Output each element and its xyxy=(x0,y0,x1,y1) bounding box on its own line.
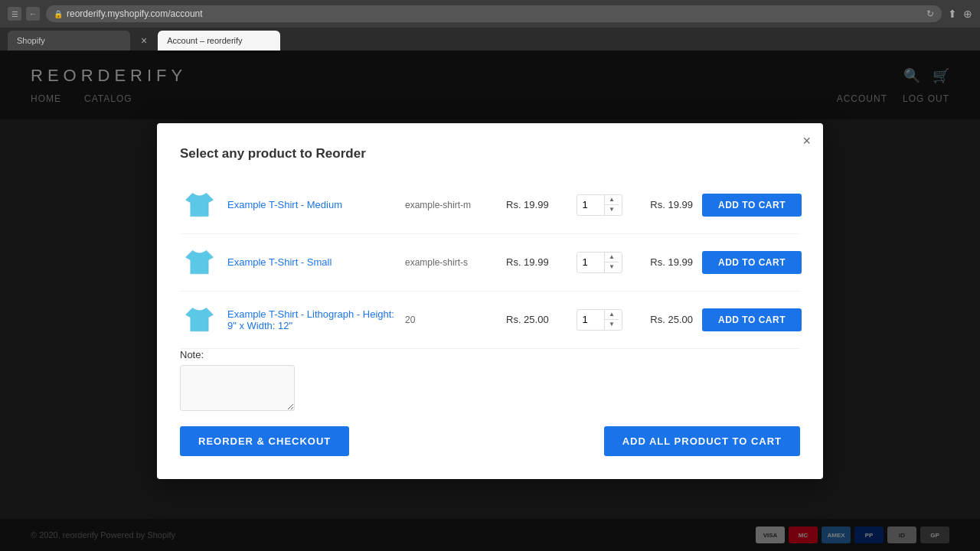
add-to-cart-button-3[interactable]: ADD TO CART xyxy=(702,308,802,331)
product-sku-1: example-shirt-m xyxy=(405,200,497,210)
product-row: Example T-Shirt - Small example-shirt-s … xyxy=(180,234,800,292)
tab-shopify[interactable]: Shopify xyxy=(8,31,130,51)
product-list: Example T-Shirt - Medium example-shirt-m… xyxy=(180,177,800,349)
quantity-stepper-1: ▲ ▼ xyxy=(577,194,622,216)
product-name-2[interactable]: Example T-Shirt - Small xyxy=(227,256,396,268)
product-name-1[interactable]: Example T-Shirt - Medium xyxy=(227,199,396,210)
modal-overlay: × Select any product to Reorder Example … xyxy=(0,51,980,551)
note-section: Note: xyxy=(180,349,800,414)
reload-icon[interactable]: ↻ xyxy=(926,8,934,19)
qty-up-2[interactable]: ▲ xyxy=(605,253,619,263)
product-total-1: Rs. 19.99 xyxy=(632,199,693,210)
product-name-3[interactable]: Example T-Shirt - Lithograph - Height: 9… xyxy=(227,308,396,331)
browser-tabs: Shopify × Account – reorderify xyxy=(0,28,980,51)
security-lock-icon: 🔒 xyxy=(54,10,63,18)
qty-up-1[interactable]: ▲ xyxy=(605,195,619,206)
modal-close-button[interactable]: × xyxy=(802,134,811,148)
tab-account[interactable]: Account – reorderify xyxy=(158,31,280,51)
modal-title: Select any product to Reorder xyxy=(180,146,800,161)
url-bar[interactable]: 🔒 reorderify.myshopify.com/account ↻ xyxy=(46,5,942,22)
add-to-cart-button-2[interactable]: ADD TO CART xyxy=(702,251,802,274)
product-row: Example T-Shirt - Lithograph - Height: 9… xyxy=(180,292,800,349)
product-price-2: Rs. 19.99 xyxy=(506,256,567,268)
modal-footer: REORDER & CHECKOUT ADD ALL PRODUCT TO CA… xyxy=(180,426,800,456)
product-sku-3: 20 xyxy=(405,315,497,325)
product-price-3: Rs. 25.00 xyxy=(506,314,567,325)
note-textarea[interactable] xyxy=(180,365,295,411)
add-to-cart-button-1[interactable]: ADD TO CART xyxy=(702,194,802,217)
reorder-modal: × Select any product to Reorder Example … xyxy=(157,123,823,479)
quantity-stepper-3: ▲ ▼ xyxy=(577,309,622,331)
reorder-checkout-button[interactable]: REORDER & CHECKOUT xyxy=(180,426,349,456)
website-background: REORDERIFY 🔍 🛒 HOME CATALOG Account Log … xyxy=(0,51,980,551)
product-row: Example T-Shirt - Medium example-shirt-m… xyxy=(180,177,800,234)
qty-down-3[interactable]: ▼ xyxy=(605,320,619,330)
note-label: Note: xyxy=(180,349,800,360)
share-icon[interactable]: ⬆ xyxy=(948,8,957,20)
quantity-input-2[interactable] xyxy=(577,256,604,268)
tab-separator: × xyxy=(132,31,156,51)
product-price-1: Rs. 19.99 xyxy=(506,199,567,210)
qty-down-1[interactable]: ▼ xyxy=(605,205,619,215)
add-all-product-to-cart-button[interactable]: ADD ALL PRODUCT TO CART xyxy=(604,426,800,456)
quantity-input-3[interactable] xyxy=(577,314,604,325)
browser-right-controls: ⬆ ⊕ xyxy=(948,8,972,20)
quantity-stepper-2: ▲ ▼ xyxy=(577,252,622,273)
qty-down-2[interactable]: ▼ xyxy=(605,262,619,272)
quantity-input-1[interactable] xyxy=(577,199,604,210)
product-image-3 xyxy=(180,301,218,339)
product-image-1 xyxy=(180,186,218,224)
nav-back[interactable]: ← xyxy=(26,7,40,21)
product-total-3: Rs. 25.00 xyxy=(632,314,693,325)
new-tab-icon[interactable]: ⊕ xyxy=(963,8,972,20)
product-total-2: Rs. 19.99 xyxy=(632,256,693,268)
url-text: reorderify.myshopify.com/account xyxy=(67,8,203,19)
sidebar-toggle[interactable]: ☰ xyxy=(8,7,21,21)
product-image-2 xyxy=(180,243,218,282)
tab-shopify-label: Shopify xyxy=(17,36,45,45)
browser-window-controls: ☰ ← xyxy=(8,7,40,21)
product-sku-2: example-shirt-s xyxy=(405,257,497,268)
tab-account-label: Account – reorderify xyxy=(167,36,242,45)
qty-up-3[interactable]: ▲ xyxy=(605,310,619,321)
browser-chrome: ☰ ← 🔒 reorderify.myshopify.com/account ↻… xyxy=(0,0,980,51)
